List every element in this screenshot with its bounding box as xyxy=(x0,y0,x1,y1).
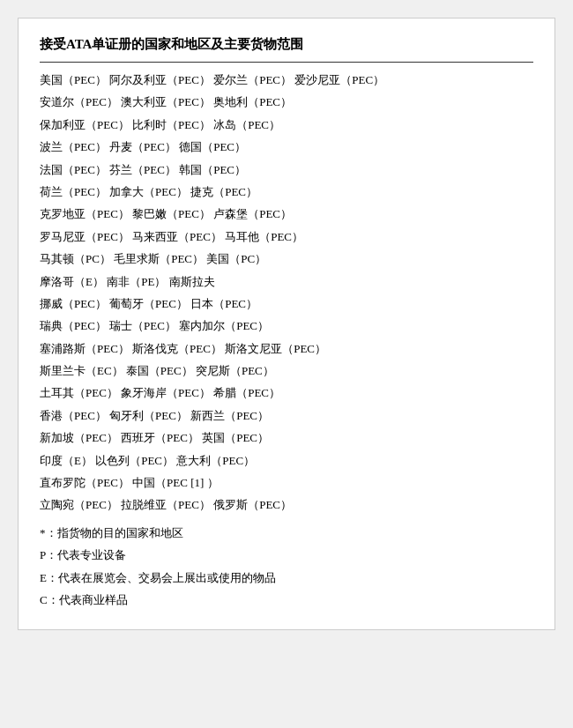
country-row: 土耳其（PEC） 象牙海岸（PEC） 希腊（PEC） xyxy=(40,383,533,403)
country-row: 安道尔（PEC） 澳大利亚（PEC） 奥地利（PEC） xyxy=(40,92,533,112)
main-container: 接受ATA单证册的国家和地区及主要货物范围 美国（PEC） 阿尔及利亚（PEC）… xyxy=(18,18,555,630)
page-title: 接受ATA单证册的国家和地区及主要货物范围 xyxy=(40,36,533,53)
country-list: 美国（PEC） 阿尔及利亚（PEC） 爱尔兰（PEC） 爱沙尼亚（PEC）安道尔… xyxy=(40,70,533,516)
country-row: 保加利亚（PEC） 比利时（PEC） 冰岛（PEC） xyxy=(40,115,533,135)
legend-item: P：代表专业设备 xyxy=(40,545,533,565)
country-row: 斯里兰卡（EC） 泰国（PEC） 突尼斯（PEC） xyxy=(40,360,533,381)
country-row: 罗马尼亚（PEC） 马来西亚（PEC） 马耳他（PEC） xyxy=(40,227,533,247)
country-row: 克罗地亚（PEC） 黎巴嫩（PEC） 卢森堡（PEC） xyxy=(40,204,533,224)
country-row: 马其顿（PC） 毛里求斯（PEC） 美国（PC） xyxy=(40,249,533,269)
country-row: 立陶宛（PEC） 拉脱维亚（PEC） 俄罗斯（PEC） xyxy=(40,494,533,515)
country-row: 直布罗陀（PEC） 中国（PEC [1] ） xyxy=(40,472,533,493)
legend-item: E：代表在展览会、交易会上展出或使用的物品 xyxy=(40,568,533,588)
country-row: 波兰（PEC） 丹麦（PEC） 德国（PEC） xyxy=(40,137,533,157)
legend-item: C：代表商业样品 xyxy=(40,590,533,610)
title-divider xyxy=(40,62,533,63)
country-row: 香港（PEC） 匈牙利（PEC） 新西兰（PEC） xyxy=(40,405,533,426)
country-row: 美国（PEC） 阿尔及利亚（PEC） 爱尔兰（PEC） 爱沙尼亚（PEC） xyxy=(40,70,533,90)
country-row: 新加坡（PEC） 西班牙（PEC） 英国（PEC） xyxy=(40,427,533,448)
legend-item: *：指货物的目的国家和地区 xyxy=(40,523,533,543)
country-row: 瑞典（PEC） 瑞士（PEC） 塞内加尔（PEC） xyxy=(40,316,533,336)
country-row: 荷兰（PEC） 加拿大（PEC） 捷克（PEC） xyxy=(40,182,533,202)
country-row: 摩洛哥（E） 南非（PE） 南斯拉夫 xyxy=(40,271,533,292)
country-row: 塞浦路斯（PEC） 斯洛伐克（PEC） 斯洛文尼亚（PEC） xyxy=(40,338,533,359)
legend-section: *：指货物的目的国家和地区P：代表专业设备E：代表在展览会、交易会上展出或使用的… xyxy=(40,523,533,611)
country-row: 法国（PEC） 芬兰（PEC） 韩国（PEC） xyxy=(40,160,533,180)
country-row: 挪威（PEC） 葡萄牙（PEC） 日本（PEC） xyxy=(40,293,533,314)
country-row: 印度（E） 以色列（PEC） 意大利（PEC） xyxy=(40,450,533,471)
